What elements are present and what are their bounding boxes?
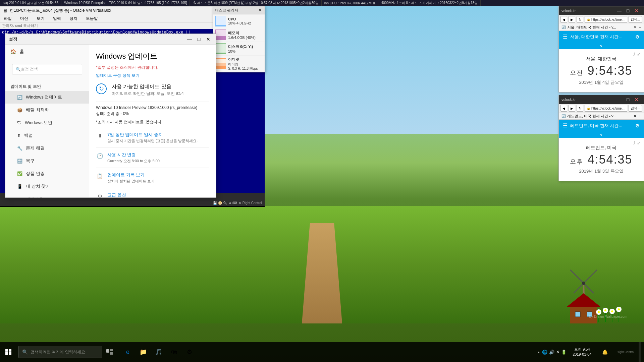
clock-redmond-minimize[interactable]: — bbox=[615, 96, 624, 103]
clock-redmond-back-btn[interactable]: ◀ bbox=[560, 105, 567, 112]
sidebar-item-find-device[interactable]: 📱 내 장치 찾기 bbox=[5, 180, 89, 193]
close-tray-icon[interactable]: ✕ bbox=[556, 350, 559, 354]
update-option-pause[interactable]: ⏸ 7일 동안 업데이트 일시 중지 일시 중지 기간을 변경하려면 [고급] … bbox=[96, 128, 209, 148]
clock-redmond-collapse[interactable]: ∨ bbox=[559, 131, 644, 138]
task-view-button[interactable] bbox=[102, 345, 117, 359]
battery-tray-icon[interactable]: 🔋 bbox=[561, 350, 567, 355]
menu-help[interactable]: 도움말 bbox=[84, 15, 100, 22]
update-policy-link[interactable]: 업데이트 구성 정책 보기 bbox=[96, 73, 140, 78]
svg-line-2 bbox=[584, 270, 597, 283]
settings-search-container: 🔍 설정 검색 bbox=[5, 59, 89, 79]
clock-seoul-collapse[interactable]: ∨ bbox=[559, 43, 644, 49]
taskbar-app-settings[interactable]: ⚙ bbox=[182, 345, 197, 359]
active-hours-title[interactable]: 사용 시간 변경 bbox=[107, 152, 160, 158]
clock-back-btn[interactable]: ◀ bbox=[560, 16, 567, 23]
svg-rect-25 bbox=[9, 352, 11, 355]
settings-maximize-btn[interactable]: □ bbox=[195, 36, 203, 43]
menu-machine[interactable]: 머신 bbox=[18, 15, 30, 22]
clock-redmond-maximize[interactable]: □ bbox=[624, 96, 632, 103]
clock-redmond-tab-close[interactable]: ✕ bbox=[634, 114, 636, 118]
volume-tray-icon[interactable]: 🔊 bbox=[549, 350, 554, 355]
clock-redmond-body: ⤴ ⤢ 레드먼드, 미국 오후 4:54:35 2019년 1월 3일 목요일 bbox=[559, 138, 644, 181]
clock-redmond-location: 레드먼드, 미국 bbox=[566, 145, 637, 151]
sidebar-windows-update-label: Windows 업데이트 bbox=[26, 94, 62, 100]
sidebar-item-developer[interactable]: 💻 개발자용 bbox=[5, 193, 89, 197]
clock-redmond-nav: ◀ ▶ ↻ 🔒 https://vclock.kr/time... 검색... bbox=[559, 104, 644, 113]
task-manager-titlebar[interactable]: 태스크 관리자 ✕ bbox=[213, 6, 265, 14]
update-option-advanced[interactable]: ⚙ 고급 옵션 추가 업데이트 컨트롤 및 설정 bbox=[96, 188, 209, 197]
taskbar-pinned-apps: e 📁 🎵 🛍 ⚙ bbox=[120, 342, 197, 362]
svg-point-5 bbox=[582, 282, 585, 285]
taskbar-clock[interactable]: 오전 9:54 2019-01-04 bbox=[569, 347, 595, 357]
clock-redmond-url[interactable]: 🔒 https://vclock.kr/time... bbox=[585, 105, 627, 112]
taskbar-time: 오전 9:54 bbox=[574, 347, 590, 352]
taskbar-app-media[interactable]: 🎵 bbox=[151, 345, 166, 359]
clock-seoul-close[interactable]: ✕ bbox=[632, 7, 641, 14]
clock-tab-close[interactable]: ✕ bbox=[634, 25, 636, 29]
sidebar-item-delivery[interactable]: 📦 배달 최적화 bbox=[5, 104, 89, 116]
clock-seoul-maximize[interactable]: □ bbox=[624, 7, 632, 14]
clock-redmond-tab[interactable]: 🔄 레드먼드, 미국 현재 시간 - v... ✕ + bbox=[559, 113, 644, 120]
menu-input[interactable]: 입력 bbox=[51, 15, 63, 22]
clock-seoul-titlebar[interactable]: vclock.kr — □ ✕ bbox=[559, 6, 644, 15]
settings-category-label: 업데이트 및 보안 bbox=[5, 81, 89, 91]
taskbar-app-edge[interactable]: e bbox=[120, 345, 135, 359]
settings-minimize-btn[interactable]: — bbox=[185, 36, 194, 43]
clock-seoul-tab[interactable]: 🔄 서울, 대한민국 현재 시간 - v... ✕ + bbox=[559, 24, 644, 31]
history-icon: 📋 bbox=[96, 172, 104, 180]
clock-redmond-forward-btn[interactable]: ▶ bbox=[569, 105, 575, 112]
taskbar-search-bar[interactable]: 🔍 검색하려면 여기에 입력하세요. bbox=[18, 346, 102, 358]
advanced-title[interactable]: 고급 옵션 bbox=[107, 192, 156, 197]
update-status-box: ↻ 사용 가능한 업데이트 있음 마지막으로 확인한 날짜: 오늘, 오전 9:… bbox=[96, 78, 209, 102]
share-icon[interactable]: ⤴ bbox=[633, 52, 635, 57]
clock-redmond-close[interactable]: ✕ bbox=[632, 96, 641, 103]
pause-option-title[interactable]: 7일 동안 업데이트 일시 중지 bbox=[107, 132, 198, 138]
taskbar-notification-btn[interactable]: 🔔 bbox=[597, 345, 612, 359]
sidebar-item-troubleshoot[interactable]: 🔧 문제 해결 bbox=[5, 142, 89, 155]
sidebar-item-windows-update[interactable]: 🔄 Windows 업데이트 bbox=[5, 91, 89, 104]
taskbar-app-store[interactable]: 🛍 bbox=[167, 345, 181, 359]
clock-search-btn[interactable]: 검색... bbox=[629, 16, 642, 23]
menu-view[interactable]: 보기 bbox=[35, 15, 46, 22]
redmond-hamburger-icon[interactable]: ☰ bbox=[563, 122, 568, 129]
sidebar-item-activation[interactable]: ✅ 정품 인증 bbox=[5, 167, 89, 180]
clock-settings-icon[interactable]: ⚙ bbox=[635, 34, 640, 40]
history-title[interactable]: 업데이트 기록 보기 bbox=[107, 172, 155, 178]
settings-window-controls[interactable]: — □ ✕ bbox=[185, 36, 213, 43]
clock-seoul-minimize[interactable]: — bbox=[615, 7, 624, 14]
expand-icon[interactable]: ⤢ bbox=[637, 52, 640, 57]
sidebar-item-recovery[interactable]: 🔙 복구 bbox=[5, 155, 89, 167]
settings-close-btn[interactable]: ✕ bbox=[204, 36, 213, 43]
clock-redmond-refresh-btn[interactable]: ↻ bbox=[577, 105, 583, 112]
sidebar-home[interactable]: 🏠 홈 bbox=[5, 45, 89, 59]
clock-seoul-date: 2019년 1월 4일 금요일 bbox=[566, 79, 637, 85]
clock-redmond-search-btn[interactable]: 검색... bbox=[629, 105, 642, 112]
clock-redmond-titlebar[interactable]: vclock.kr — □ ✕ bbox=[559, 95, 644, 104]
hamburger-menu-icon[interactable]: ☰ bbox=[563, 34, 568, 40]
settings-search-box[interactable]: 🔍 설정 검색 bbox=[12, 64, 82, 74]
clock-seoul-url[interactable]: 🔒 https://vclock.kr/time... bbox=[585, 16, 627, 23]
redmond-share-icon[interactable]: ⤴ bbox=[633, 141, 635, 145]
menu-file[interactable]: 파일 bbox=[2, 15, 13, 22]
update-state: 상태: 준비 중 - 0% bbox=[96, 111, 209, 117]
update-option-history[interactable]: 📋 업데이트 기록 보기 장치에 설치된 업데이트 보기 bbox=[96, 168, 209, 188]
clock-redmond-new-tab[interactable]: + bbox=[639, 114, 641, 118]
new-tab-btn[interactable]: + bbox=[639, 25, 641, 29]
settings-titlebar[interactable]: 설정 — □ ✕ bbox=[5, 34, 216, 45]
clock-forward-btn[interactable]: ▶ bbox=[569, 16, 575, 23]
redmond-expand-icon[interactable]: ⤢ bbox=[637, 141, 640, 145]
sidebar-find-icon: 📱 bbox=[17, 184, 22, 189]
update-option-active-hours[interactable]: 🕐 사용 시간 변경 Currently 오전 8:00 to 오후 5:00 bbox=[96, 148, 209, 168]
redmond-settings-icon[interactable]: ⚙ bbox=[635, 123, 640, 128]
taskbar-right-bar[interactable] bbox=[639, 342, 641, 362]
sidebar-item-windows-security[interactable]: 🛡 Windows 보안 bbox=[5, 116, 89, 129]
clock-refresh-btn[interactable]: ↻ bbox=[577, 16, 583, 23]
start-button[interactable] bbox=[0, 342, 17, 362]
sidebar-item-backup[interactable]: ⬆ 백업 bbox=[5, 129, 89, 142]
network-tray-icon[interactable]: 🌐 bbox=[542, 350, 547, 355]
tm-memory-row: 메모리 1.6/4.0GB (40%) bbox=[213, 28, 265, 42]
taskbar-app-explorer[interactable]: 📁 bbox=[136, 345, 151, 359]
menu-device[interactable]: 장치 bbox=[68, 15, 79, 22]
tray-expand-icon[interactable]: ▲ bbox=[537, 350, 540, 354]
tm-close-btn[interactable]: ✕ bbox=[257, 7, 263, 13]
